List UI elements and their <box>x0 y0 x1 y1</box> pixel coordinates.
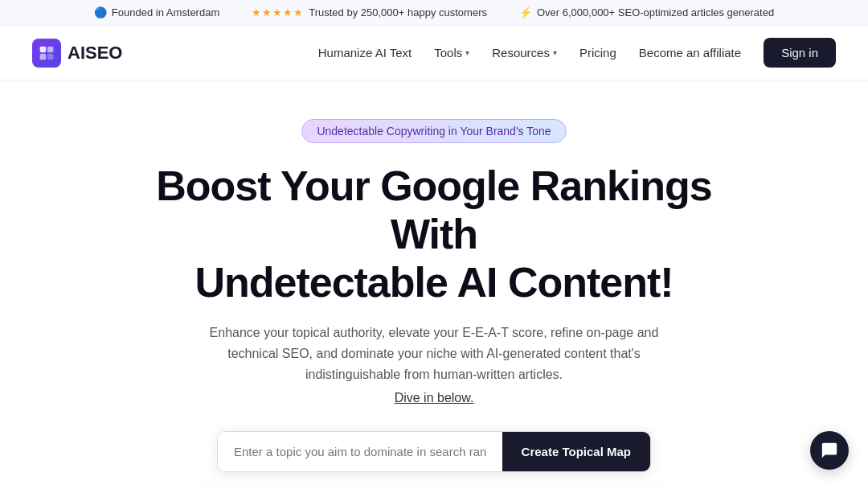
logo-icon <box>32 39 61 68</box>
topbar-item-trusted: ★★★★★ Trusted by 250,000+ happy customer… <box>252 6 487 18</box>
nav-humanize[interactable]: Humanize AI Text <box>318 46 411 60</box>
topbar-founded-text: Founded in Amsterdam <box>112 6 219 18</box>
topic-search-bar: Create Topical Map <box>217 431 651 472</box>
svg-rect-0 <box>40 46 47 51</box>
resources-chevron-icon: ▾ <box>553 48 557 57</box>
nav-links: Humanize AI Text Tools ▾ Resources ▾ Pri… <box>318 38 836 68</box>
signin-button[interactable]: Sign in <box>764 38 836 68</box>
topbar-item-founded: 🔵 Founded in Amsterdam <box>94 6 219 18</box>
logo[interactable]: AISEO <box>32 39 122 68</box>
topbar-articles-text: Over 6,000,000+ SEO-optimized articles g… <box>537 6 774 18</box>
hero-dive-text: Dive in below. <box>16 391 852 405</box>
svg-rect-2 <box>40 53 47 60</box>
hero-headline: Boost Your Google Rankings With Undetect… <box>145 162 723 306</box>
hero-badge: Undetectable Copywriting in Your Brand's… <box>301 119 566 143</box>
logo-text: AISEO <box>68 43 122 64</box>
hero-subtext: Enhance your topical authority, elevate … <box>201 323 667 384</box>
navbar: AISEO Humanize AI Text Tools ▾ Resources… <box>0 26 868 80</box>
nav-affiliate[interactable]: Become an affiliate <box>639 46 741 60</box>
svg-rect-1 <box>47 46 54 51</box>
topic-search-input[interactable] <box>218 432 502 471</box>
globe-icon: 🔵 <box>94 6 107 18</box>
topbar-item-articles: ⚡ Over 6,000,000+ SEO-optimized articles… <box>519 6 774 18</box>
topbar-trusted-text: Trusted by 250,000+ happy customers <box>309 6 487 18</box>
nav-tools[interactable]: Tools ▾ <box>434 46 469 60</box>
hero-section: Undetectable Copywriting in Your Brand's… <box>0 80 868 489</box>
chat-bubble-button[interactable] <box>810 431 849 470</box>
nav-pricing[interactable]: Pricing <box>579 46 616 60</box>
tools-chevron-icon: ▾ <box>465 48 469 57</box>
create-topical-map-button[interactable]: Create Topical Map <box>502 432 650 471</box>
stars-icon: ★★★★★ <box>252 6 304 18</box>
nav-resources[interactable]: Resources ▾ <box>492 46 557 60</box>
svg-rect-3 <box>47 53 54 60</box>
lightning-icon: ⚡ <box>519 6 532 18</box>
top-bar: 🔵 Founded in Amsterdam ★★★★★ Trusted by … <box>0 0 868 26</box>
